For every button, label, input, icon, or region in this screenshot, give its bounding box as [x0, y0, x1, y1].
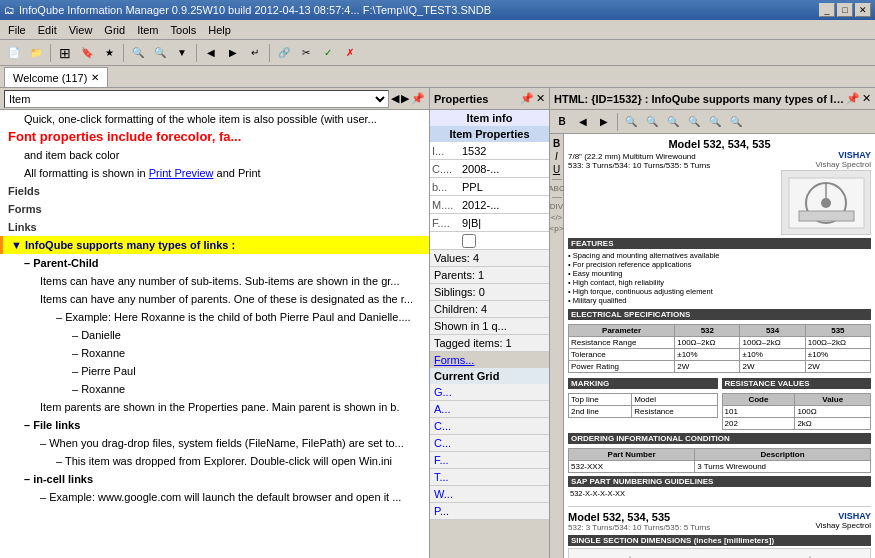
prop-checkbox[interactable]	[462, 234, 476, 248]
toolbar-open[interactable]: 📁	[26, 43, 46, 63]
menu-file[interactable]: File	[2, 22, 32, 38]
toolbar-forward[interactable]: ▶	[223, 43, 243, 63]
toolbar-filter[interactable]: ▼	[172, 43, 192, 63]
toolbar-link[interactable]: 🔗	[274, 43, 294, 63]
toolbar-check[interactable]: ✓	[318, 43, 338, 63]
html-btn5[interactable]: 🔍	[705, 112, 725, 132]
forms-link[interactable]: Forms...	[430, 352, 549, 368]
list-item: and item back color	[0, 146, 429, 164]
toolbar-search1[interactable]: 🔍	[128, 43, 148, 63]
grid-item-g[interactable]: G...	[430, 384, 549, 401]
tab-label: Welcome (117)	[13, 72, 87, 84]
table-header: 532	[675, 325, 740, 337]
table-cell: Power Rating	[569, 361, 675, 373]
html-btn6[interactable]: 🔍	[726, 112, 746, 132]
html-content-area[interactable]: Model 532, 534, 535 VISHAY Vishay Spectr…	[564, 134, 875, 558]
tab-welcome[interactable]: Welcome (117) ✕	[4, 67, 108, 87]
html-btn4[interactable]: 🔍	[684, 112, 704, 132]
html-btn2[interactable]: 🔍	[642, 112, 662, 132]
ordering-label: ORDERING INFORMATIONAL CONDITION	[568, 433, 871, 444]
marking-resistance-row: MARKING Top lineModel 2nd lineResistance…	[568, 375, 871, 430]
item-properties-header: Item Properties	[430, 126, 549, 142]
table-cell: ±10%	[675, 349, 740, 361]
list-item: Fields	[0, 182, 429, 200]
fmt-tag1[interactable]: </>	[551, 213, 563, 222]
toolbar-cut[interactable]: ✂	[296, 43, 316, 63]
grid-item-t[interactable]: T...	[430, 469, 549, 486]
list-item: Forms	[0, 200, 429, 218]
toolbar-sep-3	[196, 44, 197, 62]
grid-item-c2[interactable]: C...	[430, 435, 549, 452]
table-row: Resistance Range 100Ω–2kΩ 100Ω–2kΩ 100Ω–…	[569, 337, 871, 349]
toolbar-search2[interactable]: 🔍	[150, 43, 170, 63]
outline-dropdown[interactable]: Item	[4, 90, 389, 108]
close-button[interactable]: ✕	[855, 3, 871, 17]
fmt-bold[interactable]: B	[553, 138, 560, 149]
table-row: 101100Ω	[722, 406, 871, 418]
table-header: Part Number	[569, 449, 695, 461]
menu-view[interactable]: View	[63, 22, 99, 38]
fmt-tag2[interactable]: <p>	[550, 224, 563, 233]
marking-table: Top lineModel 2nd lineResistance	[568, 393, 718, 418]
list-item: – in-cell links	[0, 470, 429, 488]
toolbar-star[interactable]: ★	[99, 43, 119, 63]
toolbar-back[interactable]: ◀	[201, 43, 221, 63]
menu-grid[interactable]: Grid	[98, 22, 131, 38]
outline-pin[interactable]: 📌	[411, 92, 425, 105]
fmt-underline[interactable]: U	[553, 164, 560, 175]
tab-bar: Welcome (117) ✕	[0, 66, 875, 88]
table-cell: 3 Turns Wirewound	[695, 461, 871, 473]
html-bold[interactable]: B	[552, 112, 572, 132]
html-nav-back[interactable]: ◀	[573, 112, 593, 132]
title-bar: 🗂 InfoQube Information Manager 0.9.25W10…	[0, 0, 875, 20]
window-controls: _ □ ✕	[819, 3, 871, 17]
list-item-selected[interactable]: ▼ InfoQube supports many types of links …	[0, 236, 429, 254]
dimensions-label: SINGLE SECTION DIMENSIONS (inches [milli…	[568, 535, 871, 546]
menu-edit[interactable]: Edit	[32, 22, 63, 38]
fmt-italic[interactable]: I	[555, 151, 558, 162]
toolbar-btn1[interactable]: ↵	[245, 43, 265, 63]
html-close[interactable]: ✕	[862, 92, 871, 105]
list-item: – Roxanne	[0, 380, 429, 398]
current-grid-header: Current Grid	[430, 368, 549, 384]
toolbar-bookmark[interactable]: 🔖	[77, 43, 97, 63]
menu-tools[interactable]: Tools	[165, 22, 203, 38]
resistance-label: RESISTANCE VALUES	[722, 378, 872, 389]
outline-header: Item ◀ ▶ 📌	[0, 88, 429, 110]
list-item: – Example: Here Roxanne is the child of …	[0, 308, 429, 326]
toolbar-grid[interactable]: ⊞	[55, 43, 75, 63]
minimize-button[interactable]: _	[819, 3, 835, 17]
html-btn1[interactable]: 🔍	[621, 112, 641, 132]
html-nav-forward[interactable]: ▶	[594, 112, 614, 132]
fmt-sep	[552, 179, 562, 180]
toolbar-new[interactable]: 📄	[4, 43, 24, 63]
fmt-div[interactable]: DIV	[550, 202, 563, 211]
html-btn3[interactable]: 🔍	[663, 112, 683, 132]
table-cell: Top line	[569, 394, 632, 406]
print-preview-link[interactable]: Print Preview	[149, 167, 214, 179]
ordering-table: Part Number Description 532-XXX 3 Turns …	[568, 448, 871, 473]
html-pin[interactable]: 📌	[846, 92, 860, 105]
html-sep-1	[617, 113, 618, 131]
doc-section2: Model 532, 534, 535 532: 3 Turns/534: 10…	[568, 506, 871, 558]
table-cell: 100Ω–2kΩ	[805, 337, 870, 349]
list-item: – Danielle	[0, 326, 429, 344]
props-pin[interactable]: 📌	[520, 92, 534, 105]
toolbar-x[interactable]: ✗	[340, 43, 360, 63]
grid-item-p[interactable]: P...	[430, 503, 549, 520]
menu-help[interactable]: Help	[202, 22, 237, 38]
props-close[interactable]: ✕	[536, 92, 545, 105]
maximize-button[interactable]: □	[837, 3, 853, 17]
vishay-brand: VISHAY Vishay Spectrol	[816, 150, 871, 169]
grid-item-a[interactable]: A...	[430, 401, 549, 418]
tab-close[interactable]: ✕	[91, 72, 99, 83]
prop-row-b: b... PPL	[430, 178, 549, 196]
grid-item-f[interactable]: F...	[430, 452, 549, 469]
grid-item-c1[interactable]: C...	[430, 418, 549, 435]
grid-item-w[interactable]: W...	[430, 486, 549, 503]
properties-content[interactable]: Item info Item Properties I... 1532 C...…	[430, 110, 549, 558]
outline-nav-back[interactable]: ◀	[391, 92, 399, 105]
menu-item[interactable]: Item	[131, 22, 164, 38]
outline-content[interactable]: Quick, one-click formatting of the whole…	[0, 110, 429, 558]
outline-nav-forward[interactable]: ▶	[401, 92, 409, 105]
